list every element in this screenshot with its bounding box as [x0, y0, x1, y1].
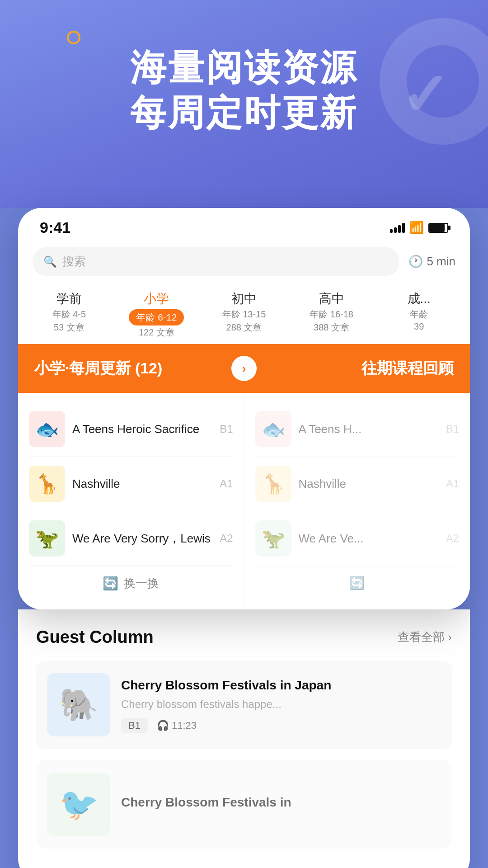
- article-card-thumb-1: 🐦: [47, 773, 110, 836]
- ghost-refresh: 🔄: [255, 566, 460, 599]
- signal-icon: [390, 223, 405, 233]
- timer-badge: 🕐 5 min: [408, 255, 455, 269]
- hero-title: 海量阅读资源 每周定时更新: [0, 27, 488, 136]
- article-card-title-0: Cherry Blossom Festivals in Japan: [121, 676, 441, 694]
- status-icons: 📶: [390, 221, 448, 235]
- tab-primary-label: 小学: [116, 290, 198, 307]
- article-level-1: A1: [220, 477, 233, 490]
- article-card-desc-0: Cherry blossom festivals happe...: [121, 698, 441, 711]
- article-title-2: We Are Very Sorry，Lewis: [72, 531, 212, 547]
- status-bar: 9:41 📶: [18, 208, 470, 244]
- ghost-refresh-icon: 🔄: [349, 576, 365, 590]
- search-placeholder: 搜索: [62, 254, 86, 269]
- banner-left-label: 小学·每周更新 (12): [34, 358, 231, 379]
- articles-list-right: 🐟 A Teens H... B1 🦒 Nashville A1 🦖 We Ar…: [244, 393, 470, 609]
- refresh-icon: 🔄: [103, 576, 118, 591]
- ghost-title-0: A Teens H...: [299, 422, 439, 436]
- wifi-icon: 📶: [409, 221, 424, 235]
- search-row: 🔍 搜索 🕐 5 min: [18, 244, 470, 283]
- article-card-title-1: Cherry Blossom Festivals in: [121, 793, 441, 811]
- article-level-2: A2: [220, 532, 233, 545]
- article-card-info-0: Cherry Blossom Festivals in Japan Cherry…: [121, 676, 441, 733]
- tab-adult-label: 成...: [378, 290, 460, 307]
- tab-adult[interactable]: 成... 年龄 39: [375, 287, 463, 342]
- ghost-thumb-1: 🦒: [255, 466, 291, 502]
- ghost-level-1: A1: [446, 477, 459, 490]
- ghost-title-2: We Are Ve...: [299, 532, 439, 546]
- timer-value: 5 min: [427, 255, 455, 269]
- below-phone-section: Guest Column 查看全部 › 🐘 Cherry Blossom Fes…: [18, 609, 470, 868]
- article-thumb-0: 🐟: [29, 411, 65, 447]
- article-duration-0: 🎧 11:23: [157, 720, 197, 731]
- list-item-1[interactable]: 🦒 Nashville A1: [29, 457, 233, 511]
- tab-high-label: 高中: [291, 290, 373, 307]
- tab-high[interactable]: 高中 年龄 16-18 388 文章: [288, 287, 375, 342]
- refresh-label: 换一换: [124, 576, 159, 591]
- battery-icon: [428, 223, 448, 233]
- status-time: 9:41: [40, 219, 70, 236]
- refresh-button[interactable]: 🔄 换一换: [29, 566, 233, 600]
- banner-arrow-icon[interactable]: ›: [231, 356, 257, 381]
- article-level-0: B1: [220, 423, 233, 435]
- ghost-level-0: B1: [446, 423, 459, 435]
- phone-mockup: 9:41 📶 🔍 搜索 🕐 5: [18, 208, 470, 609]
- tab-primary[interactable]: 小学 年龄 6-12 122 文章: [113, 287, 201, 342]
- headphone-icon: 🎧: [157, 720, 169, 731]
- article-card-0[interactable]: 🐘 Cherry Blossom Festivals in Japan Cher…: [36, 660, 452, 749]
- article-title-0: A Teens Heroic Sacrifice: [72, 422, 212, 436]
- category-tabs: 学前 年龄 4-5 53 文章 小学 年龄 6-12 122 文章 初中 年龄 …: [18, 283, 470, 344]
- article-card-thumb-0: 🐘: [47, 673, 110, 736]
- article-thumb-2: 🦖: [29, 520, 65, 557]
- guest-column-header: Guest Column 查看全部 ›: [36, 627, 452, 647]
- clock-icon: 🕐: [408, 255, 423, 269]
- tab-preschool[interactable]: 学前 年龄 4-5 53 文章: [25, 287, 113, 342]
- tab-middle-label: 初中: [203, 290, 285, 307]
- ghost-thumb-2: 🦖: [255, 520, 291, 557]
- weekly-update-banner: 小学·每周更新 (12) › 往期课程回顾: [18, 344, 470, 393]
- ghost-title-1: Nashville: [299, 477, 439, 491]
- article-card-meta-0: B1 🎧 11:23: [121, 718, 441, 733]
- see-all-button[interactable]: 查看全部 ›: [398, 629, 452, 645]
- article-title-1: Nashville: [72, 477, 212, 491]
- search-icon: 🔍: [43, 255, 57, 268]
- guest-column-title: Guest Column: [36, 627, 154, 647]
- tab-middle[interactable]: 初中 年龄 13-15 288 文章: [200, 287, 288, 342]
- articles-list-left: 🐟 A Teens Heroic Sacrifice B1 🦒 Nashvill…: [18, 393, 244, 609]
- tab-preschool-label: 学前: [28, 290, 110, 307]
- article-thumb-1: 🦒: [29, 466, 65, 502]
- article-card-1[interactable]: 🐦 Cherry Blossom Festivals in: [36, 760, 452, 849]
- search-box[interactable]: 🔍 搜索: [33, 247, 399, 276]
- tab-primary-badge: 年龄 6-12: [129, 309, 184, 326]
- articles-list-area: 🐟 A Teens Heroic Sacrifice B1 🦒 Nashvill…: [18, 393, 470, 609]
- ghost-item-1: 🦒 Nashville A1: [255, 457, 460, 511]
- hero-section: 海量阅读资源 每周定时更新: [0, 0, 488, 208]
- banner-right-label: 往期课程回顾: [257, 358, 454, 379]
- article-level-badge-0: B1: [121, 718, 148, 733]
- ghost-item-0: 🐟 A Teens H... B1: [255, 402, 460, 457]
- ghost-item-2: 🦖 We Are Ve... A2: [255, 511, 460, 566]
- ghost-level-2: A2: [446, 532, 459, 545]
- article-card-info-1: Cherry Blossom Festivals in: [121, 793, 441, 815]
- ghost-thumb-0: 🐟: [255, 411, 291, 447]
- list-item-2[interactable]: 🦖 We Are Very Sorry，Lewis A2: [29, 511, 233, 566]
- list-item-0[interactable]: 🐟 A Teens Heroic Sacrifice B1: [29, 402, 233, 457]
- phone-frame: 9:41 📶 🔍 搜索 🕐 5: [18, 208, 470, 609]
